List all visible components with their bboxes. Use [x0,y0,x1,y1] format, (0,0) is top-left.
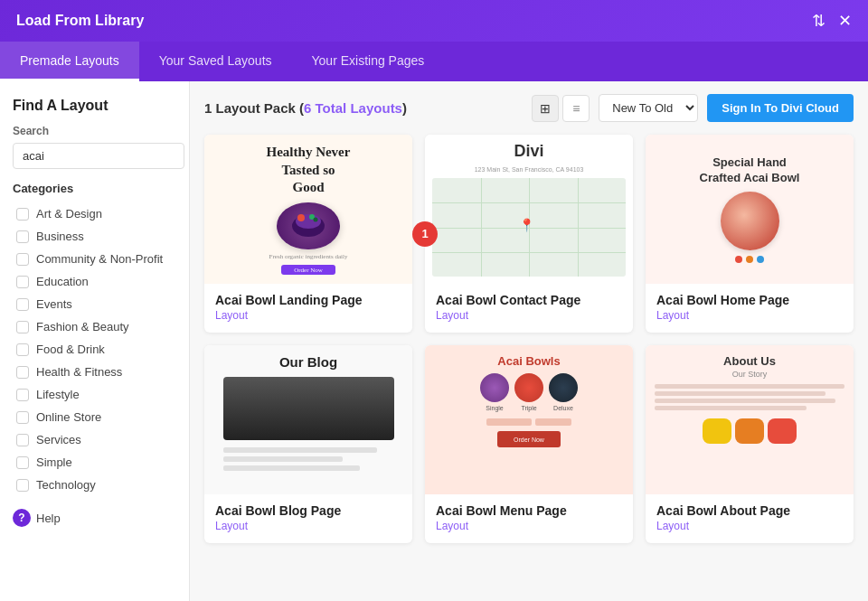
card-type-menu: Layout [436,520,622,532]
category-item[interactable]: Food & Drink [13,338,176,361]
category-label-education: Education [36,275,89,288]
card-info-about: Acai Bowl About Page Layout [646,494,854,543]
search-label: Search [13,125,176,137]
sort-icon[interactable]: ⇅ [812,11,826,31]
category-item[interactable]: Business [13,225,176,248]
grid-view-button[interactable]: ⊞ [532,95,559,122]
card-type-contact: Layout [436,309,622,322]
category-label-services: Services [36,433,81,446]
category-label-food: Food & Drink [36,343,105,356]
content-area: 1 Layout Pack (6 Total Layouts) ⊞ ≡ New … [190,81,868,601]
category-item[interactable]: Art & Design [13,202,176,225]
category-item[interactable]: Technology [13,474,176,496]
category-label-fashion: Fashion & Beauty [36,320,129,333]
card-title-menu: Acai Bowl Menu Page [436,503,622,518]
category-label-online: Online Store [36,410,101,424]
card-type-blog: Layout [215,520,401,532]
card-info-home: Acai Bowl Home Page Layout [646,284,854,333]
category-label-technology: Technology [36,478,96,492]
category-item[interactable]: Fashion & Beauty [13,315,176,338]
category-label-events: Events [36,297,72,311]
category-item[interactable]: Education [13,270,176,293]
category-checkbox-art[interactable] [16,208,29,221]
category-checkbox-health[interactable] [16,366,29,379]
category-item[interactable]: Health & Fitness [13,361,176,383]
category-checkbox-simple[interactable] [16,456,29,469]
category-checkbox-education[interactable] [16,276,29,288]
sidebar: Find A Layout Search + Filter Categories… [0,81,190,601]
nav-tabs: Premade Layouts Your Saved Layouts Your … [0,42,868,81]
total-layouts: 6 Total Layouts [304,100,402,116]
layout-card-menu[interactable]: Acai Bowls Single Triple Deluxe [425,345,633,543]
view-icons: ⊞ ≡ [532,95,590,122]
modal-header: Load From Library ⇅ ✕ [0,0,868,42]
layout-card-about[interactable]: About Us Our Story Acai Bow [646,345,854,543]
card-title-landing: Acai Bowl Landing Page [215,293,401,307]
category-checkbox-technology[interactable] [16,479,29,492]
header-actions: ⇅ ✕ [812,11,852,31]
layout-card-home[interactable]: Special HandCrafted Acai Bowl Acai Bowl … [646,135,854,333]
category-item[interactable]: Services [13,428,176,451]
card-info-menu: Acai Bowl Menu Page Layout [425,494,633,543]
tab-premade[interactable]: Premade Layouts [0,42,139,81]
card-wrapper-contact: 1 Divi 123 Main St, San Francisco, CA 94… [425,135,633,333]
category-checkbox-events[interactable] [16,298,29,311]
layout-card-landing[interactable]: Healthy NeverTasted soGood Fresh organic… [204,135,412,333]
category-label-simple: Simple [36,455,72,469]
category-item[interactable]: Community & Non-Profit [13,248,176,270]
tab-existing[interactable]: Your Existing Pages [292,42,445,81]
card-thumbnail-blog: Our Blog [204,345,412,494]
card-info-blog: Acai Bowl Blog Page Layout [204,494,412,543]
search-input[interactable] [13,143,184,169]
card-thumbnail-contact: Divi 123 Main St, San Francisco, CA 9410… [425,135,633,284]
category-label-art: Art & Design [36,207,102,221]
card-thumbnail-home: Special HandCrafted Acai Bowl [646,135,854,284]
card-thumbnail-landing: Healthy NeverTasted soGood Fresh organic… [204,135,412,284]
sort-select[interactable]: New To Old Old To New A-Z Z-A [599,94,698,122]
svg-point-2 [297,214,305,221]
category-label-community: Community & Non-Profit [36,252,163,266]
category-item[interactable]: Events [13,293,176,315]
card-title-blog: Acai Bowl Blog Page [215,503,401,518]
category-checkbox-business[interactable] [16,230,29,243]
card-thumbnail-menu: Acai Bowls Single Triple Deluxe [425,345,633,494]
category-checkbox-online[interactable] [16,411,29,424]
modal-title: Load From Library [16,13,144,29]
card-title-contact: Acai Bowl Contact Page [436,293,622,307]
layout-card-blog[interactable]: Our Blog Acai Bowl Blog Page Layout [204,345,412,543]
category-item[interactable]: Online Store [13,406,176,428]
layout-grid: Healthy NeverTasted soGood Fresh organic… [204,135,854,543]
card-type-home: Layout [656,309,843,322]
category-checkbox-lifestyle[interactable] [16,389,29,401]
content-header-right: ⊞ ≡ New To Old Old To New A-Z Z-A Sign I… [532,94,854,122]
category-checkbox-food[interactable] [16,343,29,356]
svg-point-4 [314,217,318,221]
category-label-lifestyle: Lifestyle [36,388,80,401]
category-item[interactable]: Simple [13,451,176,474]
category-item[interactable]: Lifestyle [13,383,176,406]
help-icon: ? [13,509,31,527]
content-header: 1 Layout Pack (6 Total Layouts) ⊞ ≡ New … [204,94,854,122]
close-icon[interactable]: ✕ [838,11,852,31]
card-type-landing: Layout [215,309,401,322]
category-label-health: Health & Fitness [36,365,122,379]
categories-title: Categories [13,182,176,195]
category-label-business: Business [36,230,84,243]
tab-saved[interactable]: Your Saved Layouts [139,42,292,81]
layout-card-contact[interactable]: Divi 123 Main St, San Francisco, CA 9410… [425,135,633,333]
card-title-home: Acai Bowl Home Page [656,293,843,307]
sidebar-title: Find A Layout [13,98,176,114]
card-title-about: Acai Bowl About Page [656,503,843,518]
category-checkbox-services[interactable] [16,434,29,446]
search-row: + Filter [13,143,176,169]
card-type-about: Layout [656,520,843,532]
main-layout: Find A Layout Search + Filter Categories… [0,81,868,601]
map-pin: 📍 [519,218,534,232]
card-info-contact: Acai Bowl Contact Page Layout [425,284,633,333]
signin-button[interactable]: Sign In To Divi Cloud [707,94,854,122]
category-checkbox-fashion[interactable] [16,321,29,333]
category-checkbox-community[interactable] [16,253,29,266]
contact-badge: 1 [412,221,438,247]
help-row[interactable]: ? Help [13,509,176,527]
list-view-button[interactable]: ≡ [562,95,590,122]
